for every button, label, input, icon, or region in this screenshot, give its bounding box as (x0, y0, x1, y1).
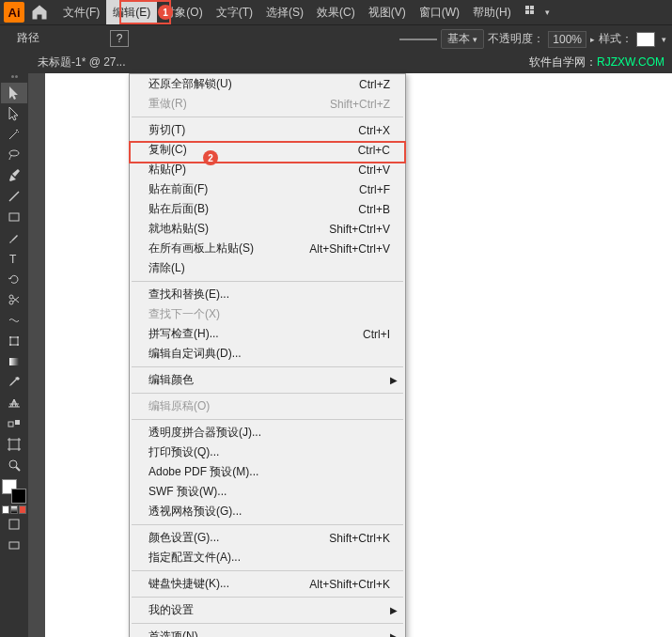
style-swatch[interactable] (636, 32, 655, 47)
svg-point-12 (17, 336, 19, 338)
menu-paste-front[interactable]: 贴在前面(F)Ctrl+F (130, 179, 405, 199)
main-area: T 还原全部解锁(U)Ctrl+Z 重做(R)Shift+Ctrl+Z 剪切(T… (0, 73, 672, 637)
watermark: 软件自学网：RJZXW.COM (529, 54, 664, 70)
lasso-tool-icon[interactable] (1, 145, 27, 165)
document-tabs: 未标题-1* @ 27... 软件自学网：RJZXW.COM (0, 51, 672, 73)
menu-edit-original: 编辑原稿(O) (130, 396, 405, 416)
menu-paste[interactable]: 粘贴(P)Ctrl+V (130, 160, 405, 179)
menu-print-presets[interactable]: 打印预设(Q)... (130, 443, 405, 462)
opacity-label: 不透明度： (488, 31, 544, 47)
menu-items: 文件(F) 编辑(E) 对象(O) 文字(T) 选择(S) 效果(C) 视图(V… (56, 0, 518, 24)
menu-edit-colors[interactable]: 编辑颜色▶ (130, 370, 405, 390)
document-tab[interactable]: 未标题-1* @ 27... (28, 54, 135, 70)
svg-rect-1 (530, 6, 534, 9)
menu-assign-profile[interactable]: 指定配置文件(A)... (130, 548, 405, 567)
draw-mode-icon[interactable] (1, 535, 27, 555)
screen-mode-icon[interactable] (1, 514, 27, 535)
menu-select[interactable]: 选择(S) (259, 0, 310, 24)
magic-wand-tool-icon[interactable] (1, 124, 27, 145)
menu-cut[interactable]: 剪切(T)Ctrl+X (130, 120, 405, 140)
free-transform-tool-icon[interactable] (1, 331, 27, 351)
svg-point-8 (9, 295, 13, 299)
app-logo: Ai (4, 2, 24, 23)
perspective-grid-tool-icon[interactable] (1, 393, 27, 413)
control-bar-right: 基本▾ 不透明度： 100% ▸ 样式： ▾ (399, 29, 666, 49)
menu-swf-presets[interactable]: SWF 预设(W)... (130, 482, 405, 502)
menu-spell-check[interactable]: 拼写检查(H)...Ctrl+I (130, 324, 405, 344)
svg-rect-10 (10, 337, 18, 345)
edit-dropdown-menu: 还原全部解锁(U)Ctrl+Z 重做(R)Shift+Ctrl+Z 剪切(T)C… (129, 73, 406, 637)
menu-separator (132, 393, 403, 394)
home-icon[interactable] (30, 3, 49, 22)
eyedropper-tool-icon[interactable] (1, 372, 27, 393)
pen-tool-icon[interactable] (1, 165, 27, 186)
brush-basic-dropdown[interactable]: 基本▾ (441, 29, 484, 49)
menu-separator (132, 524, 403, 525)
svg-rect-16 (8, 422, 13, 427)
width-tool-icon[interactable] (1, 310, 27, 331)
menu-separator (132, 281, 403, 282)
menu-window[interactable]: 窗口(W) (413, 0, 466, 24)
menu-copy[interactable]: 复制(C)Ctrl+C (130, 140, 405, 160)
path-label: 路径 (17, 30, 39, 46)
direct-selection-tool-icon[interactable] (1, 103, 27, 124)
selection-tool-icon[interactable] (1, 83, 27, 103)
svg-rect-15 (9, 358, 19, 365)
menu-keyboard-shortcuts[interactable]: 键盘快捷键(K)...Alt+Shift+Ctrl+K (130, 574, 405, 594)
brush-tool-icon[interactable] (1, 227, 27, 248)
gradient-tool-icon[interactable] (1, 351, 27, 372)
menu-preferences[interactable]: 首选项(N)▶ (130, 627, 405, 637)
color-swatches[interactable] (2, 479, 26, 504)
svg-point-19 (9, 460, 17, 468)
blend-tool-icon[interactable] (1, 413, 27, 434)
panel-handle-icon[interactable] (2, 75, 26, 81)
menu-paste-back[interactable]: 贴在后面(B)Ctrl+B (130, 199, 405, 219)
menu-help[interactable]: 帮助(H) (466, 0, 518, 24)
menu-find-replace[interactable]: 查找和替换(E)... (130, 285, 405, 304)
svg-line-20 (16, 467, 20, 471)
svg-rect-18 (9, 440, 19, 449)
stroke-swatch[interactable] (11, 489, 26, 504)
help-icon[interactable]: ? (110, 30, 129, 47)
svg-line-5 (9, 192, 19, 201)
menu-find-next: 查找下一个(X) (130, 304, 405, 324)
menu-type[interactable]: 文字(T) (210, 0, 259, 24)
svg-rect-6 (9, 213, 19, 221)
menu-transparency-flattener[interactable]: 透明度拼合器预设(J)... (130, 423, 405, 443)
type-tool-icon[interactable]: T (1, 248, 27, 269)
menu-color-settings[interactable]: 颜色设置(G)...Shift+Ctrl+K (130, 528, 405, 548)
rotate-tool-icon[interactable] (1, 269, 27, 289)
scissors-tool-icon[interactable] (1, 289, 27, 310)
menu-effect[interactable]: 效果(C) (310, 0, 362, 24)
menu-undo[interactable]: 还原全部解锁(U)Ctrl+Z (130, 74, 405, 94)
menu-my-settings[interactable]: 我的设置▶ (130, 600, 405, 620)
menu-paste-place[interactable]: 就地粘贴(S)Shift+Ctrl+V (130, 219, 405, 239)
menu-view[interactable]: 视图(V) (362, 0, 413, 24)
menu-custom-dictionary[interactable]: 编辑自定词典(D)... (130, 344, 405, 364)
opacity-input[interactable]: 100% (548, 31, 586, 48)
line-tool-icon[interactable] (1, 186, 27, 207)
menu-separator (132, 570, 403, 571)
menu-paste-all-artboards[interactable]: 在所有画板上粘贴(S)Alt+Shift+Ctrl+V (130, 239, 405, 258)
color-mode-icons[interactable] (1, 505, 27, 514)
svg-rect-0 (525, 6, 529, 9)
menu-redo: 重做(R)Shift+Ctrl+Z (130, 94, 405, 114)
menu-edit[interactable]: 编辑(E) (106, 0, 157, 24)
svg-rect-22 (9, 542, 19, 549)
rectangle-tool-icon[interactable] (1, 207, 27, 227)
workspace-switcher-icon[interactable]: ▾ (525, 6, 550, 19)
svg-point-9 (9, 301, 13, 304)
menu-file[interactable]: 文件(F) (56, 0, 106, 24)
stroke-line-icon (399, 39, 437, 40)
svg-rect-17 (15, 420, 20, 425)
menu-clear[interactable]: 清除(L) (130, 258, 405, 278)
svg-point-11 (9, 336, 11, 338)
top-menubar: Ai 文件(F) 编辑(E) 对象(O) 文字(T) 选择(S) 效果(C) 视… (0, 0, 672, 24)
artboard-tool-icon[interactable] (1, 434, 27, 455)
svg-rect-21 (9, 520, 19, 529)
menu-pdf-presets[interactable]: Adobe PDF 预设(M)... (130, 462, 405, 482)
menu-separator (132, 366, 403, 367)
menu-perspective-presets[interactable]: 透视网格预设(G)... (130, 502, 405, 521)
style-label: 样式： (599, 31, 633, 47)
zoom-tool-icon[interactable] (1, 455, 27, 475)
